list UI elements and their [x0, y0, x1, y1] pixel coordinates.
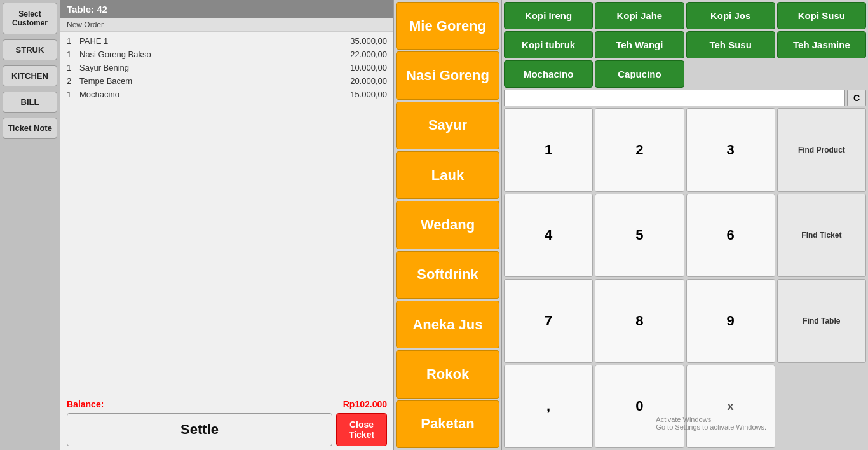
category-button-softdrink[interactable]: Softdrink	[396, 251, 499, 299]
order-footer: Balance: Rp102.000 Settle Close Ticket	[60, 395, 393, 450]
order-area: Table: 42 New Order 1 PAHE 1 35.000,00 1…	[60, 0, 394, 450]
item-name: Nasi Goreng Bakso	[79, 50, 350, 59]
category-button-paketan[interactable]: Paketan	[396, 400, 499, 448]
item-name: Mochacino	[79, 90, 350, 99]
numpad-key-x[interactable]: x	[686, 365, 775, 449]
product-button-teh-jasmine[interactable]: Teh Jasmine	[777, 31, 866, 58]
numpad-key-4[interactable]: 4	[504, 194, 593, 278]
order-item[interactable]: 1 Mochacino 15.000,00	[60, 88, 393, 101]
item-qty: 1	[67, 50, 79, 59]
product-button-mochacino[interactable]: Mochacino	[504, 60, 593, 88]
numpad-key-0[interactable]: 0	[595, 365, 684, 449]
item-name: Sayur Bening	[79, 63, 350, 72]
product-area: Kopi IrengKopi JaheKopi JosKopi SusuKopi…	[502, 0, 868, 450]
category-button-nasi-goreng[interactable]: Nasi Goreng	[396, 51, 499, 99]
item-price: 22.000,00	[350, 50, 387, 59]
product-grid: Kopi IrengKopi JaheKopi JosKopi SusuKopi…	[504, 2, 866, 88]
order-item[interactable]: 1 Nasi Goreng Bakso 22.000,00	[60, 48, 393, 61]
category-button-mie-goreng[interactable]: Mie Goreng	[396, 2, 499, 50]
product-button-kopi-jos[interactable]: Kopi Jos	[686, 2, 775, 29]
product-button-kopi-tubruk[interactable]: Kopi tubruk	[504, 31, 593, 58]
category-button-sayur[interactable]: Sayur	[396, 102, 499, 149]
numpad-key-1[interactable]: 1	[504, 108, 593, 192]
numpad-clear-button[interactable]: C	[847, 90, 866, 106]
find-ticket-button[interactable]: Find Ticket	[777, 194, 866, 278]
item-price: 15.000,00	[350, 90, 387, 99]
item-qty: 1	[67, 90, 79, 99]
numpad-key-5[interactable]: 5	[595, 194, 684, 278]
item-qty: 1	[67, 63, 79, 72]
table-label: Table: 42	[60, 0, 393, 18]
order-items-list: 1 PAHE 1 35.000,00 1 Nasi Goreng Bakso 2…	[60, 32, 393, 395]
item-name: PAHE 1	[79, 36, 350, 46]
product-button-kopi-jahe[interactable]: Kopi Jahe	[595, 2, 684, 29]
numpad-area: C 123Find Product456Find Ticket789Find T…	[504, 90, 866, 448]
category-button-aneka-jus[interactable]: Aneka Jus	[396, 301, 499, 348]
ticket-note-button[interactable]: Ticket Note	[3, 118, 57, 139]
item-qty: 1	[67, 36, 79, 46]
item-name: Tempe Bacem	[79, 76, 350, 86]
select-customer-button[interactable]: Select Customer	[3, 3, 57, 34]
product-button-teh-wangi[interactable]: Teh Wangi	[595, 31, 684, 58]
item-price: 20.000,00	[350, 76, 387, 86]
item-price: 35.000,00	[350, 36, 387, 46]
order-item[interactable]: 1 Sayur Bening 10.000,00	[60, 61, 393, 74]
left-sidebar: Select Customer STRUK KITCHEN BILL Ticke…	[0, 0, 60, 450]
numpad-key-8[interactable]: 8	[595, 279, 684, 363]
numpad-key-9[interactable]: 9	[686, 279, 775, 363]
close-ticket-button[interactable]: Close Ticket	[336, 413, 387, 446]
product-button-teh-susu[interactable]: Teh Susu	[686, 31, 775, 58]
numpad-key-6[interactable]: 6	[686, 194, 775, 278]
product-button-kopi-ireng[interactable]: Kopi Ireng	[504, 2, 593, 29]
numpad-grid: 123Find Product456Find Ticket789Find Tab…	[504, 108, 866, 448]
struk-button[interactable]: STRUK	[3, 39, 57, 60]
numpad-key-,[interactable]: ,	[504, 365, 593, 449]
item-price: 10.000,00	[350, 63, 387, 72]
category-button-lauk[interactable]: Lauk	[396, 151, 499, 199]
balance-label: Balance:	[67, 399, 104, 409]
category-area: Mie GorengNasi GorengSayurLaukWedangSoft…	[394, 0, 502, 450]
order-item[interactable]: 1 PAHE 1 35.000,00	[60, 34, 393, 48]
order-item[interactable]: 2 Tempe Bacem 20.000,00	[60, 74, 393, 88]
kitchen-button[interactable]: KITCHEN	[3, 65, 57, 86]
category-button-wedang[interactable]: Wedang	[396, 201, 499, 249]
numpad-key-7[interactable]: 7	[504, 279, 593, 363]
category-button-rokok[interactable]: Rokok	[396, 350, 499, 398]
find-product-button[interactable]: Find Product	[777, 108, 866, 192]
numpad-key-2[interactable]: 2	[595, 108, 684, 192]
numpad-input[interactable]	[504, 90, 845, 106]
bill-button[interactable]: BILL	[3, 92, 57, 112]
product-button-capucino[interactable]: Capucino	[595, 60, 684, 88]
settle-button[interactable]: Settle	[67, 413, 332, 446]
balance-value: Rp102.000	[343, 399, 387, 409]
item-qty: 2	[67, 76, 79, 86]
new-order-label: New Order	[60, 18, 393, 32]
find-table-button[interactable]: Find Table	[777, 279, 866, 363]
numpad-key-3[interactable]: 3	[686, 108, 775, 192]
product-button-kopi-susu[interactable]: Kopi Susu	[777, 2, 866, 29]
